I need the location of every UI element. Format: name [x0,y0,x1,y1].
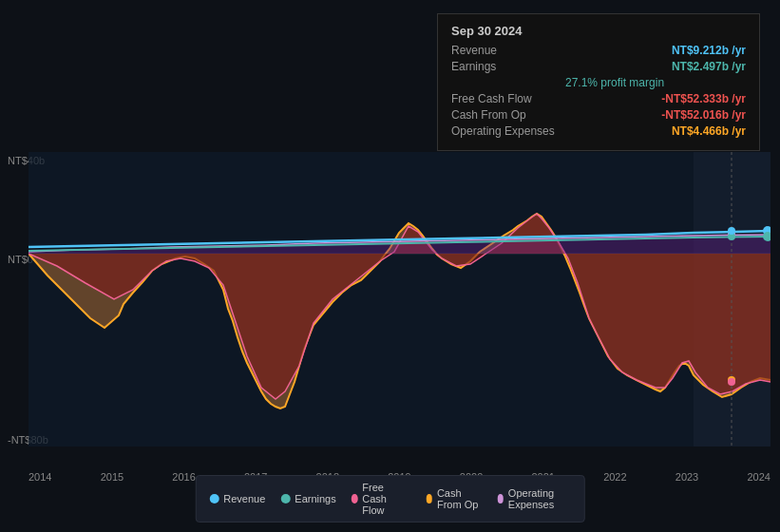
tooltip-label-opex: Operating Expenses [451,124,555,138]
legend-dot-fcf [352,494,358,504]
tooltip-label-fcf: Free Cash Flow [451,92,532,105]
x-label-2022: 2022 [603,471,626,483]
tooltip-row-cashfromop: Cash From Op -NT$52.016b /yr [451,108,746,122]
legend-dot-opex [497,494,504,504]
x-label-2024: 2024 [747,471,770,483]
legend-dot-cashfromop [426,494,432,504]
x-label-2014: 2014 [29,471,51,483]
tooltip-label-cashfromop: Cash From Op [451,108,526,122]
x-label-2016: 2016 [172,471,195,483]
tooltip-row-revenue: Revenue NT$9.212b /yr [451,44,746,57]
legend-item-cashfromop[interactable]: Cash From Op [426,482,482,516]
tooltip-value-cashfromop: -NT$52.016b /yr [661,108,746,122]
tooltip-label-revenue: Revenue [451,44,497,57]
tooltip-value-fcf: -NT$52.333b /yr [661,92,746,105]
chart-legend: Revenue Earnings Free Cash Flow Cash Fro… [195,475,585,522]
svg-point-9 [728,227,735,235]
legend-label-fcf: Free Cash Flow [362,482,410,516]
legend-dot-revenue [209,494,219,504]
tooltip-value-opex: NT$4.466b /yr [672,124,746,138]
tooltip-profit-margin: 27.1% profit margin [565,76,746,89]
tooltip-row-earnings: Earnings NT$2.497b /yr [451,60,746,73]
legend-item-opex[interactable]: Operating Expenses [497,482,571,516]
x-label-2015: 2015 [101,471,124,483]
chart-container: Sep 30 2024 Revenue NT$9.212b /yr Earnin… [0,0,780,532]
tooltip-value-revenue: NT$9.212b /yr [672,44,746,57]
legend-label-earnings: Earnings [295,493,335,504]
legend-item-revenue[interactable]: Revenue [209,482,265,516]
legend-item-earnings[interactable]: Earnings [280,482,335,516]
legend-item-fcf[interactable]: Free Cash Flow [352,482,411,516]
tooltip-label-earnings: Earnings [451,60,496,73]
tooltip-row-fcf: Free Cash Flow -NT$52.333b /yr [451,92,746,105]
legend-dot-earnings [280,494,290,504]
legend-label-opex: Operating Expenses [508,487,571,510]
tooltip-date: Sep 30 2024 [451,24,746,38]
svg-point-6 [728,378,735,386]
tooltip-row-opex: Operating Expenses NT$4.466b /yr [451,124,746,138]
x-label-2023: 2023 [675,471,698,483]
tooltip-value-earnings: NT$2.497b /yr [672,60,746,73]
chart-svg [29,152,770,446]
legend-label-revenue: Revenue [223,493,265,504]
legend-label-cashfromop: Cash From Op [437,487,482,510]
tooltip: Sep 30 2024 Revenue NT$9.212b /yr Earnin… [437,13,760,151]
